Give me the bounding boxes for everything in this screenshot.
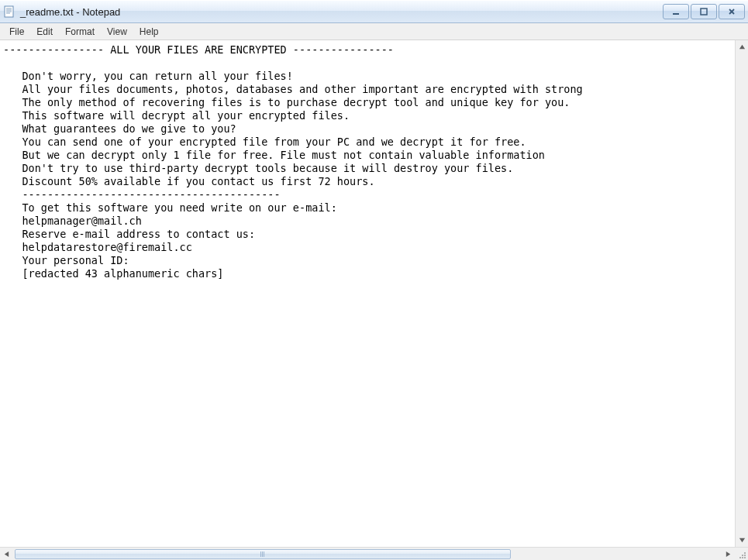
window-controls (663, 4, 745, 19)
menu-help[interactable]: Help (133, 25, 165, 39)
hscroll-thumb[interactable] (15, 549, 511, 559)
menu-format[interactable]: Format (59, 25, 101, 39)
scroll-up-button[interactable] (736, 40, 749, 53)
titlebar[interactable]: _readme.txt - Notepad (0, 0, 748, 23)
scroll-left-button[interactable] (0, 548, 13, 561)
menu-edit[interactable]: Edit (30, 25, 59, 39)
horizontal-scrollbar[interactable] (0, 548, 735, 560)
notepad-icon (3, 5, 16, 18)
svg-point-14 (742, 555, 743, 556)
chevron-left-icon (3, 551, 10, 558)
scroll-right-button[interactable] (722, 548, 735, 561)
svg-marker-9 (739, 45, 744, 49)
maximize-button[interactable] (691, 4, 717, 19)
menubar: File Edit Format View Help (0, 23, 748, 40)
svg-marker-12 (726, 551, 730, 556)
window-title: _readme.txt - Notepad (20, 6, 663, 18)
svg-point-16 (739, 557, 741, 558)
svg-rect-5 (673, 13, 679, 15)
minimize-icon (671, 7, 681, 16)
thumb-grip-icon (260, 551, 264, 557)
svg-point-15 (744, 555, 746, 556)
svg-rect-6 (701, 9, 707, 15)
svg-marker-10 (739, 538, 744, 542)
text-editor[interactable]: ---------------- ALL YOUR FILES ARE ENCR… (0, 40, 735, 547)
vertical-scrollbar[interactable] (735, 40, 748, 547)
content-area: ---------------- ALL YOUR FILES ARE ENCR… (0, 40, 748, 547)
horizontal-scroll-row (0, 547, 748, 560)
svg-point-13 (744, 552, 746, 554)
chevron-right-icon (725, 551, 732, 558)
menu-view[interactable]: View (101, 25, 133, 39)
notepad-window: _readme.txt - Notepad File Edit (0, 0, 748, 560)
maximize-icon (699, 7, 708, 16)
resize-grip-icon (738, 551, 746, 559)
chevron-up-icon (739, 43, 746, 50)
close-button[interactable] (719, 4, 745, 19)
chevron-down-icon (739, 537, 746, 544)
menu-file[interactable]: File (3, 25, 30, 39)
close-icon (727, 7, 736, 16)
resize-grip[interactable] (735, 548, 748, 560)
svg-marker-11 (5, 551, 9, 556)
hscroll-track[interactable] (13, 548, 722, 561)
svg-point-17 (742, 557, 743, 558)
minimize-button[interactable] (663, 4, 689, 19)
scroll-down-button[interactable] (736, 534, 749, 547)
svg-point-18 (744, 557, 746, 558)
